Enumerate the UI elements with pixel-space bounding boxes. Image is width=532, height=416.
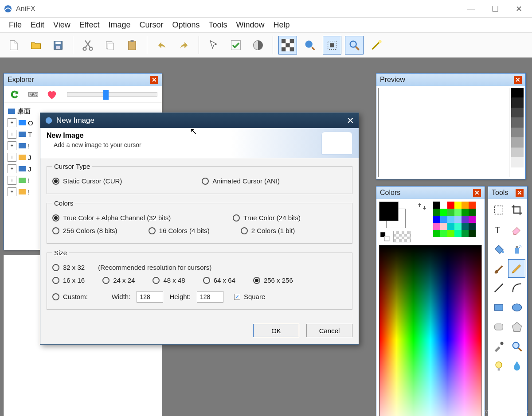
colors-close-button[interactable]: ✕ — [473, 189, 481, 197]
radio-256x256[interactable]: 256 x 256 — [253, 276, 293, 284]
ellipse-fill-icon[interactable] — [508, 298, 525, 317]
radio-4bit[interactable]: 16 Colors (4 bits) — [149, 227, 210, 234]
icon-size-slider[interactable] — [67, 92, 157, 97]
menu-view[interactable]: View — [50, 19, 74, 31]
dialog-titlebar[interactable]: New Image ✕ — [40, 113, 359, 128]
menu-window[interactable]: Window — [233, 19, 268, 31]
line-icon[interactable] — [490, 279, 507, 297]
radio-8bit[interactable]: 256 Colors (8 bits) — [52, 227, 117, 234]
swap-colors-icon[interactable] — [417, 202, 427, 211]
radio-16x16[interactable]: 16 x 16 — [52, 276, 85, 284]
zoom-icon[interactable] — [508, 337, 525, 356]
redo-icon[interactable] — [175, 36, 193, 54]
palette-swatch[interactable] — [469, 209, 476, 216]
window-close-button[interactable]: ✕ — [516, 4, 522, 14]
check-icon[interactable] — [227, 36, 245, 54]
palette-swatch[interactable] — [469, 230, 476, 237]
radio-24bit[interactable]: True Color (24 bits) — [233, 214, 301, 222]
explorer-close-button[interactable]: ✕ — [150, 76, 158, 84]
pointer-icon[interactable] — [204, 36, 223, 54]
rect-fill-icon[interactable] — [490, 298, 507, 317]
palette-swatch[interactable] — [462, 230, 469, 237]
palette-swatch[interactable] — [433, 223, 440, 230]
eraser-icon[interactable] — [508, 220, 525, 239]
preview-close-button[interactable]: ✕ — [514, 76, 522, 84]
radio-64x64[interactable]: 64 x 64 — [203, 276, 235, 284]
crop-icon[interactable] — [508, 201, 525, 219]
zoom-icon[interactable] — [345, 36, 364, 54]
window-maximize-button[interactable]: ☐ — [492, 4, 499, 14]
checkerboard-icon[interactable] — [278, 36, 297, 54]
palette-swatch[interactable] — [440, 209, 447, 216]
open-folder-icon[interactable] — [27, 36, 45, 54]
tools-header[interactable]: Tools ✕ — [488, 187, 527, 199]
eyedropper-icon[interactable] — [490, 337, 507, 356]
height-input[interactable]: 128 — [197, 291, 223, 303]
palette-swatch[interactable] — [447, 202, 454, 209]
radio-24x24[interactable]: 24 x 24 — [102, 276, 135, 284]
select-rect-icon[interactable] — [490, 201, 507, 219]
radio-32x32[interactable]: 32 x 32 — [52, 264, 85, 271]
roundrect-icon[interactable] — [490, 318, 507, 336]
ok-button[interactable]: OK — [253, 324, 299, 337]
text-icon[interactable]: T — [490, 220, 507, 239]
palette-swatch[interactable] — [454, 230, 462, 237]
menu-effect[interactable]: Effect — [76, 19, 103, 31]
favorite-icon[interactable] — [46, 88, 58, 101]
palette-swatch[interactable] — [454, 202, 462, 209]
palette-swatch[interactable] — [447, 230, 454, 237]
palette-swatch[interactable] — [462, 216, 469, 223]
explorer-header[interactable]: Explorer ✕ — [4, 74, 162, 86]
colors-header[interactable]: Colors ✕ — [376, 187, 485, 199]
color-spectrum[interactable] — [379, 245, 482, 416]
palette-swatch[interactable] — [440, 230, 447, 237]
palette-swatch[interactable] — [440, 223, 447, 230]
radio-32bit[interactable]: True Color + Alpha Channel (32 bits) — [52, 214, 171, 222]
paste-icon[interactable] — [123, 36, 141, 54]
crop-tool-icon[interactable] — [323, 36, 341, 54]
radio-48x48[interactable]: 48 x 48 — [153, 276, 185, 284]
contrast-icon[interactable] — [249, 36, 267, 54]
square-checkbox[interactable]: ✓Square — [234, 293, 265, 300]
cut-icon[interactable] — [78, 36, 97, 54]
color-palette[interactable] — [433, 202, 476, 237]
palette-swatch[interactable] — [469, 216, 476, 223]
palette-swatch[interactable] — [433, 209, 440, 216]
radio-1bit[interactable]: 2 Colors (1 bit) — [241, 227, 295, 234]
transparent-swatch[interactable] — [393, 231, 411, 242]
fg-bg-swatch[interactable] — [379, 202, 406, 228]
grayscale-strip[interactable] — [511, 88, 524, 177]
menu-file[interactable]: File — [5, 19, 25, 31]
dialog-close-button[interactable]: ✕ — [347, 115, 354, 126]
palette-swatch[interactable] — [447, 216, 454, 223]
palette-swatch[interactable] — [462, 202, 469, 209]
bucket-icon[interactable] — [490, 240, 507, 258]
color-wand-icon[interactable] — [367, 36, 386, 54]
refresh-icon[interactable] — [8, 88, 21, 101]
curve-icon[interactable] — [508, 279, 525, 297]
menu-cursor[interactable]: Cursor — [136, 19, 167, 31]
globe-brush-icon[interactable] — [301, 36, 319, 54]
radio-static-cursor[interactable]: Static Cursor (CUR) — [52, 177, 122, 185]
palette-swatch[interactable] — [454, 223, 462, 230]
bulb-icon[interactable] — [490, 357, 507, 375]
menu-help[interactable]: Help — [270, 19, 293, 31]
palette-swatch[interactable] — [469, 202, 476, 209]
window-minimize-button[interactable]: — — [467, 4, 475, 14]
radio-custom[interactable]: Custom: — [52, 293, 88, 300]
copy-icon[interactable] — [101, 36, 119, 54]
palette-swatch[interactable] — [433, 230, 440, 237]
pencil-icon[interactable] — [508, 259, 525, 278]
preview-header[interactable]: Preview ✕ — [376, 74, 525, 86]
palette-swatch[interactable] — [469, 223, 476, 230]
droplet-icon[interactable] — [508, 357, 525, 375]
default-colors-icon[interactable] — [379, 231, 391, 242]
width-input[interactable]: 128 — [137, 291, 163, 303]
palette-swatch[interactable] — [447, 223, 454, 230]
palette-swatch[interactable] — [433, 202, 440, 209]
tools-close-button[interactable]: ✕ — [516, 189, 524, 197]
palette-swatch[interactable] — [440, 202, 447, 209]
cancel-button[interactable]: Cancel — [306, 324, 352, 337]
menu-options[interactable]: Options — [169, 19, 203, 31]
rename-icon[interactable]: ABC — [27, 88, 39, 101]
